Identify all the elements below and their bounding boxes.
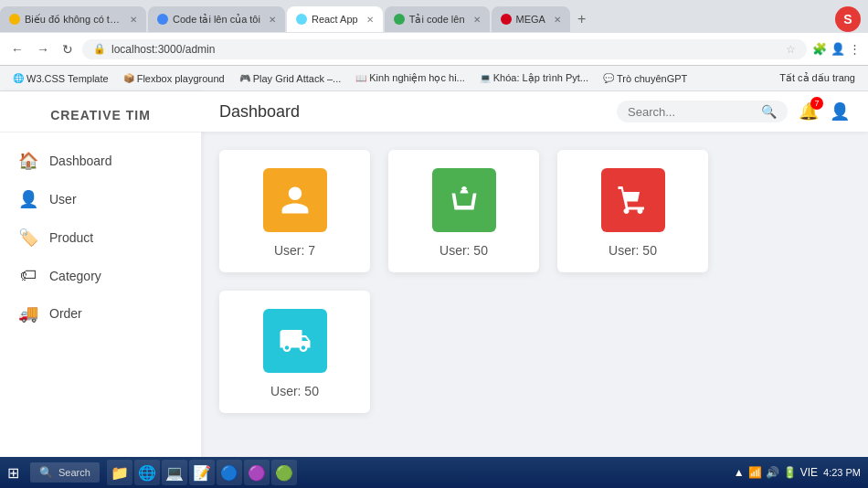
tab-bieuDo[interactable]: Biểu đồ không có tiêu d... ✕	[0, 6, 146, 32]
bookmark-lapTrinh[interactable]: 💻 Khóa: Lập trình Pyt...	[474, 70, 594, 86]
flexbox-icon: 📦	[123, 73, 134, 83]
tab-close-1[interactable]: ✕	[130, 15, 137, 25]
taskbar-apps: 📁 🌐 💻 📝 🔵 🟣 🟢	[107, 460, 297, 485]
bookmark-kinhNghiem[interactable]: 📖 Kinh nghiệm học hi...	[350, 70, 471, 86]
taskbar-clock[interactable]: 4:23 PM	[823, 466, 861, 479]
sidebar-item-user[interactable]: 👤 User	[0, 180, 201, 218]
taskbar-app-vscode[interactable]: 📝	[189, 460, 215, 485]
extension-icon[interactable]: 🧩	[812, 42, 827, 56]
stat-card-products: User: 50	[388, 150, 539, 272]
taskbar-right: ▲ 📶 🔊 🔋 VIE 4:23 PM	[726, 466, 868, 479]
tray-icon-1[interactable]: ▲	[734, 466, 745, 479]
notification-bell[interactable]: 🔔 7	[799, 101, 819, 122]
category-icon: 🏷	[18, 266, 38, 285]
lang-indicator[interactable]: VIE	[800, 466, 818, 479]
tab-taiCode[interactable]: Tải code lên ✕	[385, 6, 490, 32]
back-button[interactable]: ←	[7, 40, 27, 58]
dashboard-icon: 🏠	[18, 151, 38, 171]
tab-bar: Biểu đồ không có tiêu d... ✕ Code tải lê…	[0, 0, 868, 33]
explorer-icon: 📁	[111, 464, 129, 482]
windows-icon: ⊞	[7, 464, 19, 482]
product-icon: 🏷️	[18, 228, 38, 248]
main-content: Dashboard 🔍 🔔 7 👤	[201, 91, 868, 488]
taskbar-time-display: 4:23 PM	[823, 466, 861, 479]
tab-close-2[interactable]: ✕	[269, 15, 276, 25]
sidebar-item-dashboard[interactable]: 🏠 Dashboard	[0, 142, 201, 180]
sidebar-nav: 🏠 Dashboard 👤 User 🏷️ Product 🏷 Category…	[0, 133, 201, 342]
dashboard-body: User: 7 User: 50	[201, 132, 868, 488]
card-icon-products	[432, 168, 496, 232]
app1-icon: 🔵	[220, 464, 238, 482]
forward-button[interactable]: →	[33, 40, 53, 58]
browser-chrome: Biểu đồ không có tiêu d... ✕ Code tải lê…	[0, 0, 868, 91]
sidebar-item-label-order: Order	[49, 306, 82, 321]
card-label-users: User: 7	[274, 243, 315, 258]
taskbar-app-explorer[interactable]: 📁	[107, 460, 132, 485]
app3-icon: 🟢	[275, 464, 293, 482]
stat-card-orders: User: 50	[557, 150, 708, 272]
taskbar-search-box[interactable]: 🔍 Search	[30, 462, 100, 483]
troChuy-icon: 💬	[603, 73, 614, 83]
sidebar-item-label-dashboard: Dashboard	[49, 154, 112, 168]
stat-card-users: User: 7	[219, 150, 370, 272]
card-icon-delivery	[263, 309, 327, 373]
lapTrinh-icon: 💻	[480, 73, 491, 83]
order-icon: 🚚	[18, 303, 38, 324]
search-input[interactable]	[628, 105, 756, 119]
bookmark-all[interactable]: Tất cả dấu trang	[774, 70, 861, 86]
bookmark-grid[interactable]: 🎮 Play Grid Attack –...	[234, 71, 347, 86]
page-title: Dashboard	[219, 102, 300, 122]
card-icon-orders	[601, 168, 665, 232]
start-button[interactable]: ⊞	[0, 457, 26, 488]
card-icon-users	[263, 168, 327, 232]
sidebar-item-label-user: User	[49, 192, 77, 207]
stat-card-delivery: User: 50	[219, 291, 370, 413]
battery-icon[interactable]: 🔋	[783, 466, 797, 479]
user-avatar[interactable]: 👤	[830, 101, 850, 122]
vscode-icon: 📝	[193, 464, 211, 482]
tab-code[interactable]: Code tải lên của tôi ✕	[148, 6, 285, 32]
card-label-products: User: 50	[439, 243, 488, 258]
star-icon[interactable]: ☆	[786, 43, 796, 56]
taskbar-app-terminal[interactable]: 💻	[162, 460, 187, 485]
w3css-icon: 🌐	[13, 73, 24, 83]
volume-icon[interactable]: 🔊	[766, 466, 779, 479]
bookmark-flexbox[interactable]: 📦 Flexbox playground	[118, 71, 230, 86]
search-box: 🔍	[617, 101, 788, 122]
taskbar-app-app2[interactable]: 🟣	[244, 460, 270, 485]
browser-icon: 🌐	[138, 464, 156, 482]
address-bar: ← → ↻ 🔒 localhost:3000/admin ☆ 🧩 👤 ⋮	[0, 33, 868, 66]
card-label-delivery: User: 50	[270, 384, 319, 398]
user-icon: 👤	[18, 189, 38, 209]
reload-button[interactable]: ↻	[58, 40, 77, 58]
tab-close-5[interactable]: ✕	[554, 15, 561, 25]
sidebar-item-product[interactable]: 🏷️ Product	[0, 218, 201, 257]
taskbar-app-app1[interactable]: 🔵	[217, 460, 242, 485]
tab-mega[interactable]: MEGA ✕	[492, 6, 570, 32]
new-tab-button[interactable]: +	[577, 11, 586, 27]
bookmark-w3css[interactable]: 🌐 W3.CSS Template	[7, 71, 114, 86]
system-tray-icons: ▲ 📶 🔊 🔋 VIE	[734, 466, 818, 479]
sidebar: CREATIVE TIM 🏠 Dashboard 👤 User 🏷️ Produ…	[0, 91, 201, 488]
tab-close-3[interactable]: ✕	[366, 15, 374, 25]
sidebar-item-label-product: Product	[49, 230, 93, 245]
kinhNghiem-icon: 📖	[355, 73, 366, 83]
taskbar-search-label: Search	[58, 467, 90, 478]
taskbar: ⊞ 🔍 Search 📁 🌐 💻 📝 🔵 🟣 🟢 ▲ 📶 🔊 🔋 VIE 4:2…	[0, 457, 868, 488]
app2-icon: 🟣	[248, 464, 266, 482]
cards-grid: User: 7 User: 50	[219, 150, 850, 413]
search-button[interactable]: 🔍	[761, 104, 777, 119]
sidebar-item-order[interactable]: 🚚 Order	[0, 294, 201, 333]
menu-icon[interactable]: ⋮	[849, 42, 861, 56]
taskbar-app-browser[interactable]: 🌐	[134, 460, 160, 485]
tab-close-4[interactable]: ✕	[473, 15, 481, 25]
url-box[interactable]: 🔒 localhost:3000/admin ☆	[82, 39, 807, 59]
profile-icon[interactable]: 👤	[831, 42, 845, 56]
network-icon[interactable]: 📶	[748, 466, 762, 479]
bookmark-troChuy[interactable]: 💬 Trò chuyênGPT	[598, 71, 693, 86]
tab-react[interactable]: React App ✕	[287, 6, 383, 32]
sidebar-brand: CREATIVE TIM	[0, 91, 201, 133]
sidebar-item-category[interactable]: 🏷 Category	[0, 257, 201, 294]
taskbar-app-app3[interactable]: 🟢	[271, 460, 297, 485]
header-right: 🔍 🔔 7 👤	[617, 101, 850, 122]
